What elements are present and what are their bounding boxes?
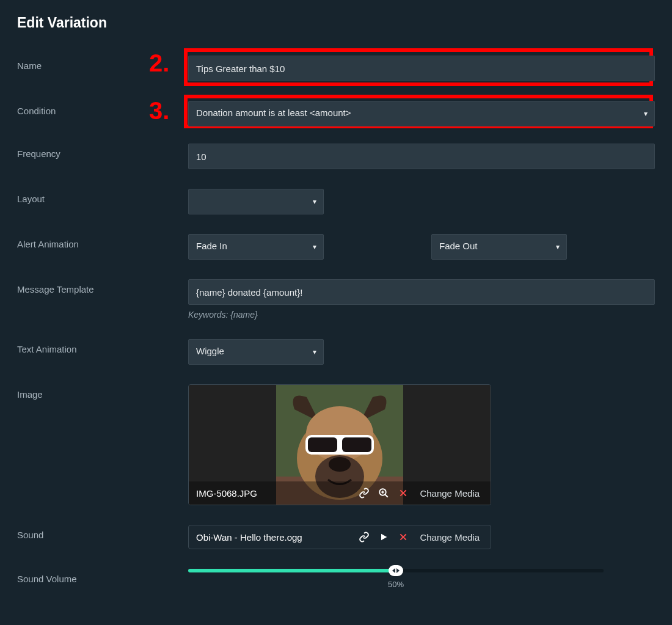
svg-point-5 [329, 457, 351, 472]
image-label: Image [17, 384, 188, 505]
remove-image-icon[interactable] [396, 486, 410, 500]
alert-in-select[interactable]: Fade In [188, 234, 324, 260]
name-label: Name [17, 56, 188, 81]
name-input[interactable] [188, 56, 655, 81]
frequency-label: Frequency [17, 144, 188, 169]
link-icon[interactable] [357, 486, 371, 500]
sound-volume-label: Sound Volume [17, 569, 188, 584]
play-icon[interactable] [377, 530, 390, 544]
image-filename: IMG-5068.JPG [196, 488, 351, 499]
svg-rect-9 [337, 442, 342, 446]
layout-label: Layout [17, 189, 188, 214]
alert-out-select[interactable]: Fade Out [431, 234, 567, 260]
svg-rect-7 [308, 437, 337, 452]
volume-value: 50% [388, 580, 404, 589]
slider-thumb-icon[interactable] [389, 565, 403, 576]
text-animation-select[interactable]: Wiggle [188, 339, 324, 365]
svg-line-11 [385, 494, 389, 497]
sound-link-icon[interactable] [357, 530, 371, 544]
sound-filename: Obi-Wan - Hello there.ogg [196, 532, 351, 543]
condition-label: Condition [17, 101, 188, 126]
frequency-input[interactable] [188, 144, 655, 169]
text-animation-label: Text Animation [17, 339, 188, 365]
layout-select[interactable] [188, 189, 324, 214]
message-template-input[interactable] [188, 279, 655, 305]
image-media-box: IMG-5068.JPG Change Media [188, 384, 491, 505]
sound-media-box: Obi-Wan - Hello there.ogg Change Media [188, 525, 491, 549]
volume-slider[interactable]: 50% [188, 569, 604, 572]
svg-rect-8 [342, 437, 371, 452]
keywords-hint: Keywords: {name} [188, 310, 655, 320]
message-template-label: Message Template [17, 279, 188, 320]
condition-select[interactable]: Donation amount is at least <amount> [188, 101, 655, 126]
change-image-button[interactable]: Change Media [416, 488, 483, 499]
change-sound-button[interactable]: Change Media [416, 532, 483, 543]
alert-animation-label: Alert Animation [17, 234, 188, 260]
remove-sound-icon[interactable] [396, 530, 410, 544]
zoom-icon[interactable] [377, 486, 390, 500]
sound-label: Sound [17, 525, 188, 549]
page-title: Edit Variation [17, 15, 655, 31]
